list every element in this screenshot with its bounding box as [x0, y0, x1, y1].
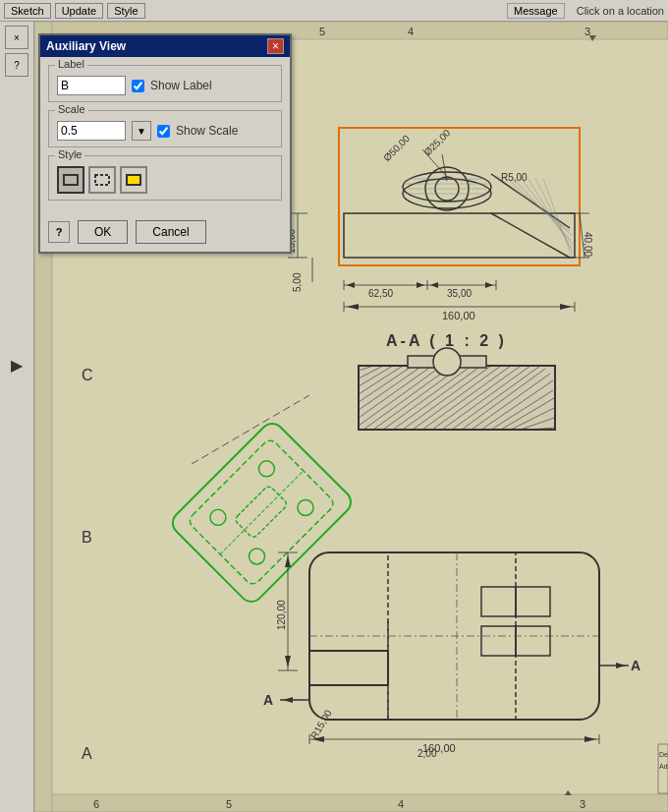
svg-text:B: B — [82, 529, 92, 546]
main-area: × ? ▶ Auxiliary View × Label Show Label — [0, 22, 668, 812]
svg-text:A-A ( 1 : 2 ): A-A ( 1 : 2 ) — [386, 332, 507, 349]
help-button[interactable]: ? — [48, 221, 70, 243]
sidebar-close-icon[interactable]: × — [5, 26, 28, 49]
click-hint: Click on a location — [577, 5, 664, 17]
message-label: Message — [507, 3, 565, 19]
label-input[interactable] — [57, 76, 126, 95]
dialog-titlebar: Auxiliary View × — [40, 35, 290, 57]
svg-text:4: 4 — [408, 26, 414, 37]
label-group-title: Label — [55, 58, 87, 70]
svg-text:Designed by: Designed by — [659, 751, 668, 759]
svg-text:5: 5 — [226, 798, 232, 810]
dialog-body: Label Show Label Scale ▼ Show Scale — [40, 57, 290, 216]
svg-rect-8 — [34, 794, 668, 812]
dialog-footer: ? OK Cancel — [40, 216, 290, 252]
toolbar: Sketch Update Style Message Click on a l… — [0, 0, 668, 22]
sidebar-help-icon[interactable]: ? — [5, 53, 28, 77]
scale-row: ▼ Show Scale — [57, 121, 273, 141]
svg-text:3: 3 — [580, 798, 585, 810]
show-label-checkbox[interactable] — [132, 80, 144, 92]
svg-text:A: A — [631, 658, 640, 673]
cancel-button[interactable]: Cancel — [136, 220, 205, 244]
svg-text:35,00: 35,00 — [447, 288, 472, 299]
dialog-title: Auxiliary View — [46, 39, 126, 53]
svg-text:5: 5 — [319, 26, 325, 37]
svg-text:2,00: 2,00 — [418, 748, 437, 759]
update-button[interactable]: Update — [55, 3, 103, 19]
style-btn-dashed[interactable] — [88, 166, 116, 194]
dashed-rect-icon — [93, 171, 111, 189]
style-btn-filled[interactable] — [120, 166, 147, 194]
show-scale-checkbox[interactable] — [157, 125, 170, 138]
label-group: Label Show Label — [48, 65, 282, 102]
filled-rect-icon — [125, 171, 142, 189]
svg-text:62,50: 62,50 — [368, 288, 393, 299]
svg-text:Admin stra: Admin stra — [659, 763, 668, 770]
auxiliary-view-dialog: Auxiliary View × Label Show Label Scale — [38, 33, 292, 254]
svg-point-98 — [433, 348, 461, 376]
ok-button[interactable]: OK — [78, 220, 128, 244]
svg-text:A: A — [263, 692, 273, 708]
show-label-text: Show Label — [150, 79, 212, 92]
label-row: Show Label — [57, 76, 273, 95]
dialog-close-button[interactable]: × — [267, 38, 284, 54]
svg-text:120,00: 120,00 — [276, 600, 287, 630]
solid-rect-icon — [62, 171, 80, 189]
style-group-title: Style — [55, 148, 84, 160]
svg-rect-2 — [127, 175, 140, 185]
scale-input[interactable] — [57, 121, 126, 141]
scale-dropdown-arrow[interactable]: ▼ — [132, 121, 151, 141]
sketch-button[interactable]: Sketch — [4, 3, 51, 19]
arrow-indicator: ▶ — [11, 356, 23, 375]
style-buttons — [57, 166, 273, 194]
svg-text:6: 6 — [93, 798, 99, 810]
style-button[interactable]: Style — [107, 3, 144, 19]
style-btn-solid[interactable] — [57, 166, 84, 194]
style-group: Style — [48, 155, 282, 201]
svg-text:C: C — [82, 367, 93, 383]
svg-text:160,00: 160,00 — [442, 310, 475, 321]
svg-text:A: A — [82, 745, 92, 762]
scale-group-title: Scale — [55, 103, 88, 115]
svg-rect-1 — [95, 175, 109, 185]
show-scale-text: Show Scale — [176, 124, 238, 138]
svg-text:4: 4 — [398, 798, 404, 810]
svg-text:5,00: 5,00 — [292, 272, 303, 292]
svg-text:40,00: 40,00 — [583, 232, 593, 257]
drawing-area: Auxiliary View × Label Show Label Scale — [34, 22, 668, 812]
svg-rect-0 — [64, 175, 78, 185]
svg-text:R5,00: R5,00 — [501, 172, 528, 183]
left-sidebar: × ? ▶ — [0, 22, 34, 812]
scale-group: Scale ▼ Show Scale — [48, 110, 282, 147]
